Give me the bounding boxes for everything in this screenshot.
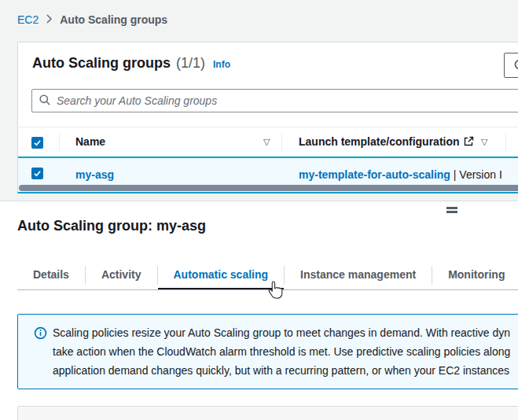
refresh-button[interactable]	[504, 53, 518, 78]
sort-icon-launch-template[interactable]: ▽	[481, 137, 487, 147]
chevron-right-icon	[46, 13, 53, 27]
split-panel-drag-handle[interactable]	[446, 207, 457, 215]
refresh-icon	[513, 58, 518, 73]
column-divider	[505, 134, 506, 151]
panel-title: Auto Scaling groups	[32, 55, 171, 72]
banner-text: Scaling policies resize your Auto Scalin…	[53, 323, 518, 380]
panel-header: Auto Scaling groups (1/1) Info	[32, 55, 230, 72]
tab-bar: Details Activity Automatic scaling Insta…	[17, 260, 518, 290]
column-header-launch-template: Launch template/configuration	[299, 135, 460, 148]
search-icon	[39, 94, 51, 109]
launch-template-link[interactable]: my-template-for-auto-scaling	[299, 168, 450, 181]
info-banner: Scaling policies resize your Auto Scalin…	[17, 314, 518, 389]
table-header-row: Name ▽ Launch template/configuration ▽	[18, 127, 518, 157]
tab-bar-rule	[17, 289, 518, 290]
column-divider	[59, 134, 60, 151]
search-input[interactable]	[57, 94, 518, 107]
column-divider	[281, 134, 282, 151]
info-icon	[34, 326, 47, 342]
asg-list-panel: Auto Scaling groups (1/1) Info	[17, 42, 518, 193]
tab-monitoring[interactable]: Monitoring	[432, 260, 518, 290]
sort-icon-name[interactable]: ▽	[263, 137, 270, 147]
split-panel: Auto Scaling group: my-asg Details Activ…	[0, 201, 518, 420]
external-link-icon[interactable]	[463, 136, 474, 149]
search-box	[31, 89, 518, 112]
tab-instance-management[interactable]: Instance management	[285, 260, 432, 290]
horizontal-scrollbar[interactable]	[19, 185, 518, 191]
ec2-console-screen: EC2 Auto Scaling groups Auto Scaling gro…	[0, 0, 518, 420]
breadcrumb-current: Auto Scaling groups	[60, 13, 167, 26]
tab-activity[interactable]: Activity	[86, 260, 157, 290]
panel-count: (1/1)	[176, 55, 205, 72]
breadcrumb: EC2 Auto Scaling groups	[17, 12, 167, 28]
asg-name-link[interactable]: my-asg	[75, 168, 114, 181]
tab-automatic-scaling[interactable]: Automatic scaling	[158, 260, 285, 290]
select-all-checkbox[interactable]	[31, 137, 43, 149]
tab-details[interactable]: Details	[17, 260, 85, 290]
scaling-policies-container	[17, 406, 518, 420]
row-checkbox[interactable]	[31, 168, 43, 179]
split-panel-title: Auto Scaling group: my-asg	[17, 218, 206, 234]
launch-template-version: | Version I	[454, 168, 502, 181]
info-link[interactable]: Info	[213, 59, 230, 70]
column-header-name: Name	[75, 135, 105, 148]
breadcrumb-ec2-link[interactable]: EC2	[17, 13, 39, 26]
